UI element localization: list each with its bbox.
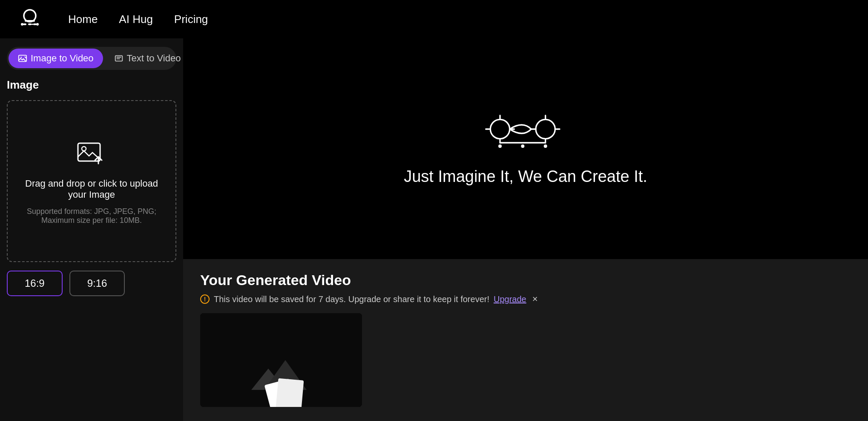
upgrade-link[interactable]: Upgrade: [494, 294, 526, 304]
sidebar: Image to Video Text to Video Image: [0, 38, 183, 421]
tab-switcher: Image to Video Text to Video: [7, 47, 176, 70]
close-notice-button[interactable]: ×: [532, 294, 538, 305]
main-layout: Image to Video Text to Video Image: [0, 38, 868, 421]
panel-notice: ! This video will be saved for 7 days. U…: [200, 294, 851, 305]
svg-point-0: [24, 10, 36, 22]
upload-icon-wrap: [75, 137, 109, 171]
nav-home[interactable]: Home: [68, 13, 98, 26]
thumbnail-svg: [200, 313, 362, 407]
svg-point-29: [544, 144, 547, 148]
generated-panel: Your Generated Video ! This video will b…: [183, 259, 868, 421]
video-thumbnail: [200, 313, 362, 407]
warning-icon: !: [200, 294, 210, 304]
panel-title: Your Generated Video: [200, 272, 851, 288]
tab-image-label: Image to Video: [31, 53, 94, 64]
aspect-ratio-buttons: 16:9 9:16: [7, 271, 176, 296]
header: Home AI Hug Pricing: [0, 0, 868, 38]
upload-sub-text: Supported formats: JPG, JPEG, PNG; Maxim…: [16, 207, 167, 225]
logo-area: [17, 6, 43, 32]
tab-image-to-video[interactable]: Image to Video: [9, 49, 103, 68]
app-logo-icon: [17, 6, 43, 32]
text-tab-icon: [114, 54, 124, 63]
aspect-16-9-button[interactable]: 16:9: [7, 271, 63, 296]
svg-point-17: [490, 119, 509, 138]
upload-zone[interactable]: Drag and drop or click to upload your Im…: [7, 100, 176, 262]
hero-area: Just Imagine It, We Can Create It.: [183, 38, 868, 259]
svg-point-28: [498, 144, 502, 148]
svg-rect-1: [25, 20, 35, 22]
nav-pricing[interactable]: Pricing: [174, 13, 208, 26]
aspect-9-16-button[interactable]: 9:16: [69, 271, 125, 296]
svg-point-22: [536, 119, 555, 138]
thumbnail-content: [200, 313, 362, 407]
svg-point-8: [36, 23, 39, 26]
nav-ai-hug[interactable]: AI Hug: [119, 13, 153, 26]
svg-rect-35: [276, 378, 304, 407]
upload-image-icon: [75, 137, 109, 171]
nav-links: Home AI Hug Pricing: [68, 13, 208, 26]
svg-point-10: [20, 57, 22, 58]
hero-logo-icon: [483, 112, 568, 155]
tab-text-label: Text to Video: [127, 53, 181, 64]
tab-text-to-video[interactable]: Text to Video: [105, 49, 183, 68]
upload-main-text: Drag and drop or click to upload your Im…: [16, 178, 167, 200]
right-content: Just Imagine It, We Can Create It. Your …: [183, 38, 868, 421]
svg-rect-3: [28, 23, 32, 25]
svg-point-30: [521, 144, 524, 148]
notice-text: This video will be saved for 7 days. Upg…: [214, 294, 489, 304]
svg-point-7: [21, 23, 23, 26]
image-section-label: Image: [7, 78, 176, 92]
svg-rect-4: [33, 23, 37, 25]
image-tab-icon: [18, 54, 27, 63]
hero-tagline: Just Imagine It, We Can Create It.: [404, 167, 647, 186]
